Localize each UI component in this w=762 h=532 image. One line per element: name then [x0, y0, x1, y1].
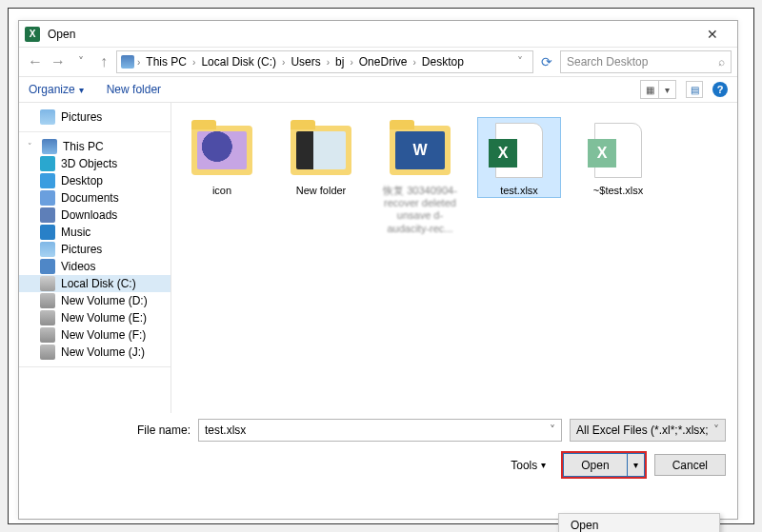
chevron-right-icon: ›: [136, 57, 141, 68]
sidebar-item-label: New Volume (J:): [61, 345, 145, 359]
open-label: Open: [581, 459, 609, 472]
filename-label: File name:: [30, 424, 190, 437]
crumb-users[interactable]: Users: [288, 55, 323, 69]
caret-down-icon: ▾: [633, 460, 638, 470]
3dobjects-icon: [40, 156, 55, 171]
address-history-icon[interactable]: ˅: [511, 55, 529, 69]
cancel-button[interactable]: Cancel: [654, 454, 726, 476]
file-item-test-xlsx[interactable]: X test.xlsx: [478, 118, 560, 197]
preview-pane-button[interactable]: ▤: [686, 81, 703, 98]
files-pane[interactable]: icon New folder 恢复 30340904-recover dele…: [171, 103, 737, 413]
file-name: test.xlsx: [478, 185, 560, 197]
new-folder-button[interactable]: New folder: [107, 83, 161, 96]
sidebar-item-vol-e[interactable]: New Volume (E:): [19, 309, 170, 326]
sidebar: Pictures ˅ This PC 3D Objects Desktop Do…: [19, 103, 171, 413]
sidebar-item-vol-f[interactable]: New Volume (F:): [19, 326, 170, 344]
chevron-right-icon: ›: [191, 57, 196, 68]
file-item-folder-recover[interactable]: 恢复 30340904-recover deleted unsave d-aud…: [379, 118, 461, 235]
search-input[interactable]: Search Desktop ⌕: [560, 50, 732, 73]
file-name: ~$test.xlsx: [577, 185, 659, 197]
sidebar-item-label: Pictures: [61, 110, 102, 124]
collapse-icon[interactable]: ˅: [23, 142, 36, 151]
filename-history-icon[interactable]: ˅: [544, 424, 555, 437]
file-item-folder-newfolder[interactable]: New folder: [280, 118, 362, 197]
crumb-bj[interactable]: bj: [332, 55, 347, 69]
file-name: icon: [181, 185, 263, 197]
disk-icon: [40, 276, 55, 291]
menu-open[interactable]: Open: [559, 514, 719, 532]
sidebar-item-pictures[interactable]: Pictures: [19, 241, 170, 258]
filename-input[interactable]: ˅: [198, 419, 562, 442]
thispc-icon: [42, 139, 57, 154]
sidebar-item-vol-d[interactable]: New Volume (D:): [19, 292, 170, 309]
search-icon: ⌕: [718, 55, 725, 69]
view-large-icon[interactable]: ▦: [641, 81, 658, 98]
caret-down-icon: ▾: [79, 85, 84, 95]
toolbar: Organize ▾ New folder ▦ ▾ ▤ ?: [19, 76, 737, 103]
back-button[interactable]: ←: [25, 51, 46, 72]
sidebar-item-localdisk[interactable]: Local Disk (C:): [19, 275, 170, 292]
close-button[interactable]: ✕: [693, 27, 732, 42]
window-title: Open: [48, 28, 693, 41]
crumb-onedrive[interactable]: OneDrive: [356, 55, 411, 69]
sidebar-item-thispc[interactable]: ˅ This PC: [19, 138, 170, 155]
tools-label: Tools: [511, 459, 537, 472]
sidebar-item-label: Music: [61, 226, 90, 239]
sidebar-item-3dobjects[interactable]: 3D Objects: [19, 155, 170, 172]
folder-icon: [390, 126, 451, 175]
chevron-right-icon: ›: [281, 57, 286, 68]
excel-file-icon: X: [594, 123, 642, 178]
pictures-icon: [40, 242, 55, 257]
refresh-button[interactable]: ⟳: [535, 54, 558, 69]
sidebar-item-label: This PC: [63, 140, 104, 153]
sidebar-item-desktop[interactable]: Desktop: [19, 172, 170, 189]
sidebar-item-pictures[interactable]: Pictures: [19, 108, 170, 126]
tools-button[interactable]: Tools ▾: [511, 459, 546, 472]
forward-button[interactable]: →: [48, 51, 69, 72]
sidebar-item-label: New Volume (D:): [61, 294, 148, 307]
folder-icon: [291, 126, 351, 175]
filetype-filter[interactable]: All Excel Files (*.xl*;*.xlsx;*.xlsm ˅: [570, 419, 726, 442]
help-button[interactable]: ?: [712, 82, 728, 97]
excel-file-icon: X: [495, 123, 543, 178]
sidebar-item-label: Desktop: [61, 174, 103, 187]
filename-field[interactable]: [205, 424, 544, 437]
sidebar-item-videos[interactable]: Videos: [19, 258, 170, 275]
sidebar-item-label: Local Disk (C:): [61, 277, 136, 290]
breadcrumb[interactable]: › This PC › Local Disk (C:) › Users › bj…: [116, 50, 533, 73]
open-split-button: Open ▾: [563, 453, 644, 477]
organize-label: Organize: [29, 83, 75, 96]
view-toggle[interactable]: ▦ ▾: [640, 80, 676, 99]
folder-icon: [191, 126, 252, 175]
sidebar-item-label: New Volume (F:): [61, 328, 146, 342]
organize-button[interactable]: Organize ▾: [29, 83, 84, 96]
music-icon: [40, 225, 55, 240]
sidebar-item-vol-j[interactable]: New Volume (J:): [19, 344, 170, 361]
open-dropdown-menu: Open Open Read-Only Open as Copy Open in…: [558, 513, 720, 532]
titlebar: X Open ✕: [19, 21, 737, 48]
sidebar-item-label: Videos: [61, 260, 95, 273]
crumb-desktop[interactable]: Desktop: [419, 55, 467, 69]
caret-down-icon: ▾: [541, 460, 546, 470]
file-item-temptest-xlsx[interactable]: X ~$test.xlsx: [577, 118, 659, 197]
address-bar-row: ← → ˅ ↑ › This PC › Local Disk (C:) › Us…: [19, 48, 737, 76]
documents-icon: [40, 190, 55, 206]
desktop-icon: [40, 173, 55, 188]
search-placeholder: Search Desktop: [567, 55, 712, 69]
sidebar-item-label: Documents: [61, 191, 119, 205]
crumb-thispc[interactable]: This PC: [143, 55, 190, 69]
filter-text: All Excel Files (*.xl*;*.xlsx;*.xlsm: [576, 424, 708, 437]
sidebar-item-documents[interactable]: Documents: [19, 189, 170, 207]
drive-icon: [40, 310, 55, 325]
open-button[interactable]: Open: [564, 454, 627, 476]
view-dropdown-icon[interactable]: ▾: [658, 81, 675, 98]
chevron-right-icon: ›: [349, 57, 353, 68]
sidebar-item-label: 3D Objects: [61, 157, 117, 170]
up-button[interactable]: ↑: [93, 51, 114, 72]
sidebar-item-downloads[interactable]: Downloads: [19, 207, 170, 224]
crumb-localdisk[interactable]: Local Disk (C:): [198, 55, 279, 69]
open-dropdown-button[interactable]: ▾: [628, 454, 644, 476]
file-item-folder-icon[interactable]: icon: [181, 118, 263, 197]
sidebar-item-music[interactable]: Music: [19, 224, 170, 241]
history-dropdown[interactable]: ˅: [70, 51, 91, 72]
